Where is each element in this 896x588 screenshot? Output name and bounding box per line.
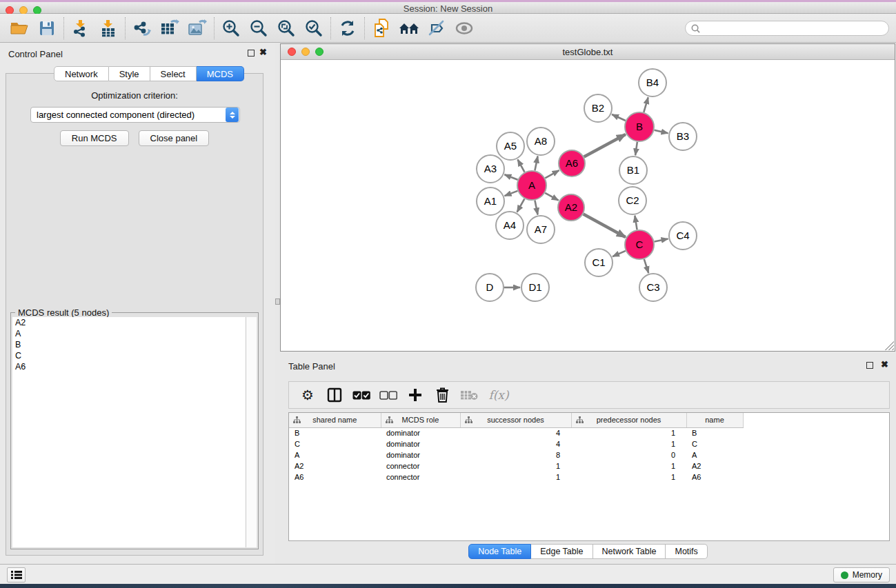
edge-C-C1[interactable] — [613, 251, 626, 256]
apply-function-button[interactable]: f(x) — [487, 386, 510, 404]
window-resize-grip[interactable] — [885, 341, 894, 350]
table-cell[interactable]: dominator — [381, 427, 460, 438]
table-cell[interactable]: 8 — [460, 449, 571, 460]
edge-B-B3[interactable] — [655, 130, 668, 133]
edge-C-C2[interactable] — [635, 216, 637, 230]
zoom-out-button[interactable] — [245, 16, 272, 41]
table-cell[interactable]: A — [289, 449, 381, 460]
task-history-button[interactable] — [7, 567, 26, 582]
edge-A2-C[interactable] — [584, 214, 626, 237]
table-row[interactable]: Adominator80A — [289, 449, 743, 460]
criterion-select[interactable]: largest connected component (directed) — [30, 107, 240, 123]
table-row[interactable]: Cdominator41C — [289, 438, 743, 449]
splitter-handle[interactable] — [275, 298, 280, 305]
table-cell[interactable]: 1 — [571, 460, 686, 472]
tab-network-table[interactable]: Network Table — [593, 544, 666, 559]
mcds-result-item[interactable]: B — [12, 339, 246, 350]
table-cell[interactable]: 1 — [571, 472, 686, 483]
home-layout-button[interactable] — [395, 16, 423, 41]
zoom-in-button[interactable] — [217, 16, 245, 41]
delete-column-button[interactable] — [433, 386, 451, 404]
table-cell[interactable]: C — [289, 438, 381, 449]
tab-node-table[interactable]: Node Table — [468, 544, 531, 559]
export-network-button[interactable] — [128, 16, 156, 41]
table-cell[interactable]: 4 — [460, 438, 571, 449]
search-input[interactable] — [704, 23, 883, 33]
export-table-button[interactable] — [156, 16, 183, 41]
edge-C-C4[interactable] — [655, 239, 668, 241]
close-table-panel-icon[interactable]: ✖ — [881, 359, 888, 369]
table-cell[interactable]: A2 — [686, 460, 743, 472]
edge-A-A5[interactable] — [518, 159, 525, 172]
import-table-button[interactable] — [94, 16, 122, 41]
table-cell[interactable]: B — [686, 427, 743, 438]
table-cell[interactable]: 1 — [460, 472, 571, 483]
float-table-panel-icon[interactable] — [866, 362, 873, 369]
show-hide-graphics-button[interactable] — [450, 16, 478, 41]
add-column-button[interactable] — [406, 386, 424, 404]
search-field[interactable] — [685, 21, 889, 36]
node-table[interactable]: shared nameMCDS rolesuccessor nodesprede… — [289, 413, 744, 483]
column-visibility-button[interactable] — [326, 386, 344, 404]
edge-A-A8[interactable] — [535, 156, 537, 171]
table-cell[interactable]: 0 — [571, 449, 686, 460]
export-image-button[interactable] — [183, 16, 211, 41]
edge-A-A3[interactable] — [504, 174, 517, 180]
edge-C-C3[interactable] — [644, 259, 648, 273]
open-session-button[interactable] — [6, 16, 33, 41]
table-settings-button[interactable]: ⚙ — [299, 386, 317, 404]
mcds-result-item[interactable]: C — [12, 350, 246, 361]
table-cell[interactable]: C — [686, 438, 743, 449]
delete-table-button[interactable] — [460, 386, 478, 404]
table-cell[interactable]: A2 — [289, 460, 381, 472]
edge-B-B1[interactable] — [635, 142, 637, 155]
table-cell[interactable]: A6 — [289, 472, 381, 483]
column-header-name[interactable]: name — [686, 413, 743, 427]
import-network-button[interactable] — [67, 16, 94, 41]
select-all-rows-button[interactable] — [352, 386, 370, 404]
tab-style[interactable]: Style — [109, 66, 150, 81]
close-panel-button[interactable]: Close panel — [139, 130, 210, 146]
table-cell[interactable]: B — [289, 427, 381, 438]
edge-B-B2[interactable] — [612, 114, 626, 121]
edge-B-B4[interactable] — [644, 97, 648, 112]
column-header-MCDS-role[interactable]: MCDS role — [381, 413, 460, 427]
tab-select[interactable]: Select — [150, 66, 197, 81]
edge-A-A6[interactable] — [545, 170, 559, 178]
table-row[interactable]: A2connector11A2 — [289, 460, 743, 472]
edge-A-A4[interactable] — [517, 199, 525, 212]
float-panel-icon[interactable] — [248, 50, 255, 57]
table-cell[interactable]: connector — [381, 472, 460, 483]
table-cell[interactable]: 1 — [571, 438, 686, 449]
zoom-fit-button[interactable] — [272, 16, 300, 41]
table-cell[interactable]: 1 — [460, 460, 571, 472]
mcds-result-item[interactable]: A — [12, 328, 246, 339]
close-panel-icon[interactable]: ✖ — [259, 47, 267, 57]
tab-edge-table[interactable]: Edge Table — [531, 544, 593, 559]
table-cell[interactable]: dominator — [381, 449, 460, 460]
column-header-predecessor-nodes[interactable]: predecessor nodes — [571, 413, 686, 427]
duplicate-network-button[interactable] — [368, 16, 395, 41]
result-scrollbar[interactable] — [246, 317, 257, 547]
table-cell[interactable]: 1 — [571, 427, 686, 438]
edge-A6-B[interactable] — [584, 134, 626, 157]
run-mcds-button[interactable]: Run MCDS — [60, 130, 129, 146]
table-cell[interactable]: 4 — [460, 427, 571, 438]
memory-button[interactable]: Memory — [833, 567, 890, 582]
mcds-result-item[interactable]: A2 — [12, 317, 246, 328]
tab-motifs[interactable]: Motifs — [666, 544, 707, 559]
deselect-all-rows-button[interactable] — [379, 386, 397, 404]
edge-A-A2[interactable] — [545, 193, 559, 201]
column-header-shared-name[interactable]: shared name — [289, 413, 381, 427]
mcds-result-item[interactable]: A6 — [12, 361, 246, 372]
table-row[interactable]: Bdominator41B — [289, 427, 743, 438]
refresh-view-button[interactable] — [334, 16, 361, 41]
network-canvas[interactable]: AA1A2A3A4A5A6A7A8BB1B2B3B4CC1C2C3C4DD1 — [281, 61, 895, 351]
table-cell[interactable]: A — [686, 449, 743, 460]
table-cell[interactable]: dominator — [381, 438, 460, 449]
column-header-successor-nodes[interactable]: successor nodes — [460, 413, 571, 427]
tab-network[interactable]: Network — [54, 66, 109, 81]
table-row[interactable]: A6connector11A6 — [289, 472, 743, 483]
tab-mcds[interactable]: MCDS — [197, 66, 244, 81]
edge-A-A7[interactable] — [535, 201, 537, 215]
